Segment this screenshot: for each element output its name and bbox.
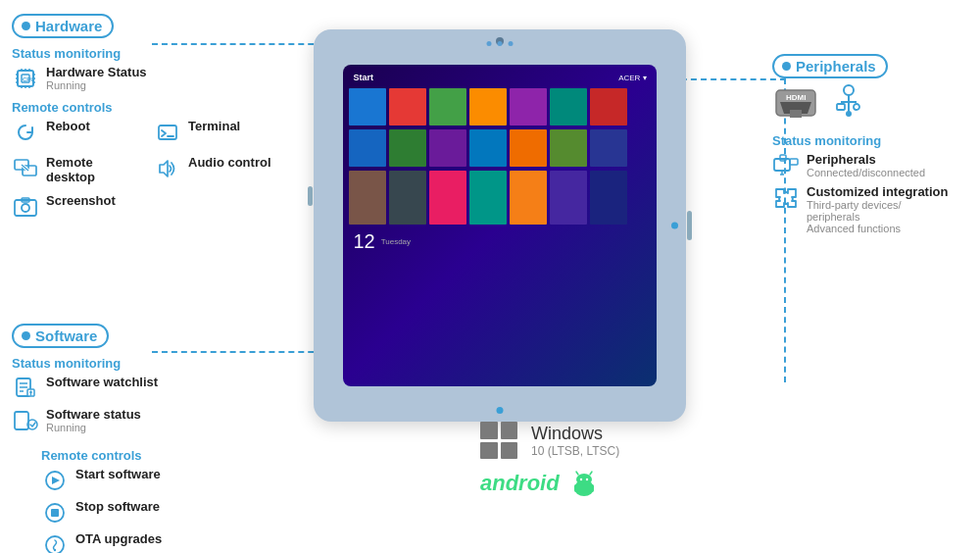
software-remote-label: Remote controls bbox=[41, 448, 162, 463]
custom-integration-row: Customized integration Third-party devic… bbox=[772, 184, 968, 234]
svg-point-44 bbox=[844, 85, 854, 95]
svg-rect-56 bbox=[574, 484, 578, 492]
stop-software-row: Stop software bbox=[41, 499, 162, 527]
software-remote-panel: Remote controls Start software bbox=[41, 440, 162, 553]
remote-desktop-row: Remote desktop bbox=[12, 155, 144, 184]
android-row: android bbox=[480, 469, 696, 498]
os-area: Windows 10 (LTSB, LTSC) android bbox=[480, 422, 696, 498]
hardware-badge-label: Hardware bbox=[35, 18, 102, 34]
software-badge: Software bbox=[12, 324, 109, 348]
software-badge-label: Software bbox=[35, 327, 97, 344]
software-status-sub: Running bbox=[46, 422, 141, 433]
hardware-status-row: CPU Hardware Status Running bbox=[12, 65, 286, 92]
remote-desktop-label: Remote desktop bbox=[46, 155, 144, 184]
peripherals-dot bbox=[782, 62, 791, 71]
software-remote-area: Remote controls Start software bbox=[12, 440, 365, 553]
peripherals-text: Peripherals Connected/disconnected bbox=[807, 152, 925, 178]
screenshot-row: Screenshot bbox=[12, 193, 286, 221]
hardware-status-text: Hardware Status Running bbox=[46, 65, 147, 91]
reboot-row: Reboot bbox=[12, 119, 144, 146]
custom-text: Customized integration Third-party devic… bbox=[807, 184, 948, 234]
peripherals-panel: Peripherals HDMI Status monitoring bbox=[772, 54, 968, 239]
hardware-status-label: Status monitoring bbox=[12, 46, 286, 61]
screenshot-icon bbox=[12, 193, 39, 221]
start-software-label: Start software bbox=[75, 467, 161, 481]
win-tile-4 bbox=[501, 442, 518, 460]
custom-sub1: Third-party devices/ bbox=[807, 199, 948, 211]
svg-point-59 bbox=[579, 478, 581, 480]
svg-point-60 bbox=[585, 478, 587, 480]
windows-sub: 10 (LTSB, LTSC) bbox=[531, 444, 619, 458]
tablet-outer-shell: Start ACER ▾ bbox=[314, 29, 686, 422]
peripheral-device-icons: HDMI bbox=[772, 82, 968, 126]
software-watchlist-row: Software watchlist bbox=[12, 375, 365, 402]
screenshot-label: Screenshot bbox=[46, 193, 116, 208]
win-tile-2 bbox=[501, 422, 518, 439]
svg-point-39 bbox=[54, 549, 56, 551]
terminal-icon bbox=[154, 119, 181, 146]
software-badge-dot bbox=[22, 331, 30, 340]
custom-sub3: Advanced functions bbox=[807, 223, 948, 234]
tablet-screen: Start ACER ▾ bbox=[343, 65, 656, 386]
hardware-status-title: Hardware Status bbox=[46, 65, 147, 79]
win-tile-1 bbox=[480, 422, 498, 439]
reboot-label: Reboot bbox=[46, 119, 90, 133]
stop-software-icon bbox=[41, 499, 69, 527]
windows-row: Windows 10 (LTSB, LTSC) bbox=[480, 422, 696, 459]
hardware-remote-label: Remote controls bbox=[12, 100, 286, 115]
hardware-badge: Hardware bbox=[12, 14, 114, 38]
svg-rect-32 bbox=[15, 412, 28, 429]
svg-line-62 bbox=[590, 472, 592, 475]
windows-label: Windows bbox=[531, 424, 619, 444]
stop-software-label: Stop software bbox=[75, 499, 160, 514]
peripherals-badge: Peripherals bbox=[772, 54, 888, 78]
software-status-section-label: Status monitoring bbox=[12, 356, 365, 371]
svg-rect-51 bbox=[780, 155, 786, 161]
tablet-device: Start ACER ▾ bbox=[314, 29, 686, 422]
svg-rect-37 bbox=[51, 509, 59, 517]
svg-point-58 bbox=[576, 474, 592, 485]
hardware-panel: Hardware Status monitoring CPU bbox=[12, 14, 286, 226]
peripherals-icon bbox=[772, 152, 800, 179]
ota-label: OTA upgrades bbox=[75, 531, 162, 546]
tablet-side-button-left bbox=[308, 186, 313, 206]
svg-point-49 bbox=[846, 111, 852, 117]
windows-text: Windows 10 (LTSB, LTSC) bbox=[531, 424, 619, 458]
peripherals-badge-label: Peripherals bbox=[796, 58, 876, 75]
software-status-icon bbox=[12, 407, 39, 434]
software-panel: Software Status monitoring Software watc… bbox=[12, 324, 365, 553]
svg-rect-57 bbox=[590, 484, 594, 492]
svg-rect-42 bbox=[790, 110, 802, 118]
svg-point-23 bbox=[22, 204, 29, 212]
svg-line-61 bbox=[576, 472, 578, 475]
svg-marker-35 bbox=[52, 477, 60, 484]
windows-logo bbox=[480, 422, 517, 459]
peripherals-title: Peripherals bbox=[807, 152, 925, 167]
svg-rect-47 bbox=[837, 104, 845, 110]
software-status-text: Software status Running bbox=[46, 407, 141, 433]
hardware-status-sub: Running bbox=[46, 79, 147, 91]
usb-icon bbox=[829, 82, 868, 126]
watchlist-icon bbox=[12, 375, 39, 402]
hdmi-icon: HDMI bbox=[772, 82, 819, 126]
watchlist-label: Software watchlist bbox=[46, 375, 158, 389]
win-tile-3 bbox=[480, 442, 498, 460]
ota-row: OTA upgrades bbox=[41, 531, 162, 553]
svg-text:CPU: CPU bbox=[23, 76, 35, 82]
start-software-icon bbox=[41, 467, 69, 494]
software-status-title: Software status bbox=[46, 407, 141, 422]
svg-point-48 bbox=[854, 104, 859, 110]
terminal-row: Terminal bbox=[154, 119, 286, 146]
start-software-row: Start software bbox=[41, 467, 162, 494]
software-status-row: Software status Running bbox=[12, 407, 365, 434]
audio-control-label: Audio control bbox=[188, 155, 271, 170]
svg-rect-52 bbox=[790, 159, 798, 165]
peripherals-status-row: Peripherals Connected/disconnected bbox=[772, 152, 968, 179]
remote-desktop-icon bbox=[12, 155, 39, 182]
peripherals-status-label: Status monitoring bbox=[772, 133, 968, 148]
hardware-remote-grid: Reboot Terminal Remote desk bbox=[12, 119, 286, 189]
custom-title: Customized integration bbox=[807, 184, 948, 199]
android-icon bbox=[569, 469, 599, 498]
badge-dot bbox=[22, 22, 30, 30]
peripherals-sub: Connected/disconnected bbox=[807, 167, 925, 178]
